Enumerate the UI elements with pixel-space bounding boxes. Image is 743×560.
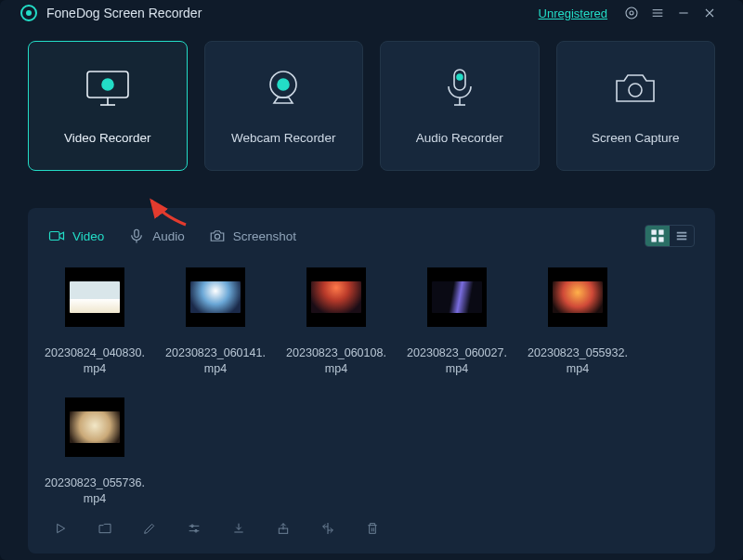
tab-video[interactable]: Video: [48, 228, 104, 244]
svg-point-22: [215, 234, 219, 239]
file-name: 20230823_055736.mp4: [45, 475, 145, 507]
list-view-button[interactable]: [670, 226, 694, 246]
file-name: 20230823_060141.mp4: [165, 345, 266, 377]
svg-point-13: [278, 79, 289, 90]
svg-point-0: [626, 7, 637, 19]
list-item[interactable]: 20230823_055736.mp4: [45, 397, 145, 507]
app-logo-icon: [20, 5, 37, 21]
svg-rect-24: [659, 230, 663, 234]
svg-rect-19: [50, 232, 60, 241]
thumbnail: [548, 267, 607, 327]
file-name: 20230823_060027.mp4: [407, 345, 507, 377]
webcam-icon: [261, 68, 306, 109]
mode-webcam-recorder[interactable]: Webcam Recorder: [204, 41, 364, 171]
svg-rect-20: [135, 229, 139, 237]
thumbnail: [186, 267, 245, 327]
unregistered-link[interactable]: Unregistered: [539, 7, 607, 20]
tab-label: Screenshot: [233, 229, 296, 243]
list-item[interactable]: 20230823_055932.mp4: [528, 267, 628, 377]
list-item[interactable]: 20230823_060141.mp4: [165, 267, 266, 377]
file-name: 20230824_040830.mp4: [45, 345, 145, 377]
tab-label: Audio: [152, 229, 185, 243]
mode-label: Screen Capture: [592, 131, 680, 145]
svg-rect-23: [652, 230, 656, 234]
download-button[interactable]: [228, 518, 249, 539]
microphone-icon: [441, 68, 478, 109]
camera-icon: [611, 68, 659, 109]
edit-button[interactable]: [139, 518, 160, 539]
mode-video-recorder[interactable]: Video Recorder: [28, 41, 188, 171]
mode-card-row: Video Recorder Webcam Recorder: [0, 26, 743, 175]
monitor-record-icon: [82, 68, 134, 109]
minimize-button[interactable]: [671, 0, 697, 26]
open-folder-button[interactable]: [95, 518, 115, 539]
menu-icon[interactable]: [645, 0, 671, 26]
thumbnail-grid: 20230824_040830.mp4 20230823_060141.mp4 …: [43, 260, 700, 507]
list-item[interactable]: 20230823_060027.mp4: [407, 267, 507, 377]
close-button[interactable]: [697, 0, 723, 26]
svg-point-11: [102, 79, 113, 90]
list-item[interactable]: 20230823_060108.mp4: [286, 267, 386, 377]
delete-button[interactable]: [362, 518, 383, 539]
mode-audio-recorder[interactable]: Audio Recorder: [380, 41, 540, 171]
svg-point-15: [457, 74, 463, 80]
titlebar: FoneDog Screen Recorder Unregistered: [0, 0, 743, 26]
mode-label: Video Recorder: [64, 131, 151, 145]
app-title: FoneDog Screen Recorder: [46, 6, 202, 20]
grid-view-button[interactable]: [645, 226, 670, 246]
svg-rect-25: [652, 238, 656, 241]
file-name: 20230823_060108.mp4: [286, 345, 386, 377]
file-name: 20230823_055932.mp4: [528, 345, 628, 377]
play-button[interactable]: [50, 518, 71, 539]
svg-point-18: [629, 84, 642, 97]
share-button[interactable]: [273, 518, 293, 539]
tab-label: Video: [72, 229, 104, 243]
view-toggle: [645, 225, 695, 247]
mode-screen-capture[interactable]: Screen Capture: [556, 41, 716, 171]
mode-label: Webcam Recorder: [231, 131, 335, 145]
app-window: FoneDog Screen Recorder Unregistered: [0, 0, 743, 560]
library-panel: Video Audio Screenshot: [28, 208, 715, 553]
list-item[interactable]: 20230824_040830.mp4: [45, 267, 145, 377]
convert-button[interactable]: [318, 518, 338, 539]
library-tabs: Video Audio Screenshot: [43, 221, 700, 260]
thumbnail: [306, 267, 366, 327]
thumbnail: [65, 267, 124, 327]
thumbnail: [65, 397, 124, 457]
tab-audio[interactable]: Audio: [128, 228, 185, 244]
library-toolbar: [43, 507, 700, 540]
thumbnail: [427, 267, 487, 327]
settings-sliders-button[interactable]: [184, 518, 204, 539]
settings-icon[interactable]: [619, 0, 645, 26]
mode-label: Audio Recorder: [416, 131, 503, 145]
svg-rect-26: [659, 238, 663, 241]
svg-point-1: [630, 11, 633, 15]
tab-screenshot[interactable]: Screenshot: [209, 228, 296, 244]
